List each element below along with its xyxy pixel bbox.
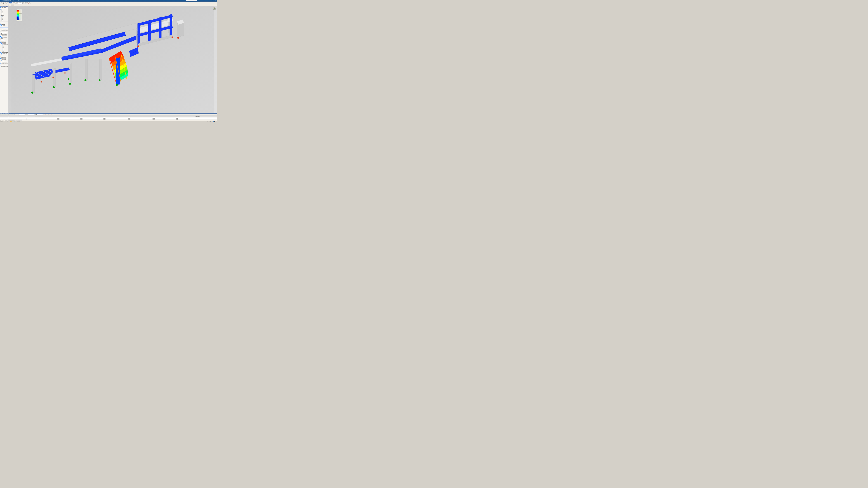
page-first-button[interactable]: |◀ bbox=[0, 120, 1, 121]
toolbar-view-xy[interactable]: XY bbox=[13, 3, 14, 4]
nav-isobands-solids[interactable]: Isobands - Solids bbox=[0, 57, 8, 58]
menu-results[interactable]: Results bbox=[16, 2, 19, 3]
status-right-btn7[interactable]: ⬜ bbox=[215, 121, 217, 122]
page-last-button[interactable]: ▶| bbox=[6, 120, 7, 121]
menu-view[interactable]: View bbox=[4, 2, 6, 3]
result-toggle2[interactable]: ▶ bbox=[26, 114, 27, 115]
toolbar2-members[interactable]: ▬ bbox=[7, 4, 8, 6]
result-action-btn5[interactable]: 📊 bbox=[50, 114, 51, 116]
status-right-btn4[interactable]: ✗ bbox=[211, 121, 213, 122]
nav-from-mass-matrix[interactable]: From mass matrix φg/T(φbg) bbox=[0, 66, 8, 67]
status-btn2[interactable]: → bbox=[6, 121, 7, 122]
toolbar2-filter[interactable]: 🔽 bbox=[14, 4, 16, 6]
toolbar-view-xz[interactable]: XZ bbox=[14, 3, 16, 4]
toolbar-help[interactable]: ? bbox=[31, 3, 32, 4]
toolbar-open[interactable]: 📂 bbox=[1, 3, 3, 4]
result-lcb-dropdown[interactable]: Endbeben x bbox=[37, 114, 43, 116]
toolbar-save[interactable]: 💾 bbox=[3, 3, 4, 4]
sheet-tab-nodes[interactable]: Nodes by Mode Shape bbox=[15, 120, 22, 121]
menu-file[interactable]: File bbox=[0, 2, 2, 3]
toolbar-render[interactable]: ▶ bbox=[24, 3, 25, 4]
menu-calculate[interactable]: Calculate bbox=[12, 2, 16, 3]
toolbar2-color[interactable]: A bbox=[8, 4, 10, 6]
assign-button[interactable]: Assign bbox=[11, 4, 14, 6]
menu-window[interactable]: Window bbox=[21, 2, 24, 3]
nav-pin-button[interactable]: 📌 bbox=[6, 6, 7, 6]
result-action-btn1[interactable]: 🔍 bbox=[43, 114, 45, 116]
toolbar-zoom-in[interactable]: 🔍 bbox=[8, 3, 10, 4]
toolbar-settings[interactable]: ⚙ bbox=[29, 3, 31, 4]
navigation-cube[interactable]: X/Y bbox=[213, 6, 216, 10]
status-btn1[interactable]: ⊞ bbox=[4, 121, 6, 122]
result-tab-view[interactable]: View bbox=[9, 114, 11, 115]
result-toolbar-btn2[interactable]: ▶▶ bbox=[17, 114, 18, 116]
menu-tools[interactable]: Tools bbox=[19, 2, 21, 3]
nav-result-filter[interactable]: Result value filter bbox=[0, 41, 8, 42]
menu-cad-bim[interactable]: CAD-BIM bbox=[25, 2, 28, 3]
status-btn6[interactable]: 📐 bbox=[11, 121, 12, 122]
toolbar-select[interactable]: ↖ bbox=[7, 3, 8, 4]
lcb-dropdown[interactable]: Endbeben x bbox=[18, 3, 23, 4]
toolbar-undo[interactable]: ↩ bbox=[4, 3, 6, 4]
sheet-tab-mode-shapes[interactable]: Mode Shapes by Node bbox=[8, 120, 15, 121]
toolbar2-btn2[interactable]: ✗ bbox=[1, 4, 3, 6]
toolbar-new[interactable]: 📄 bbox=[0, 3, 2, 4]
close-button[interactable]: ✕ bbox=[215, 0, 217, 1]
result-tab-settings[interactable]: Settings bbox=[11, 114, 14, 115]
toolbar-zoom-out[interactable]: 🔎 bbox=[10, 3, 11, 4]
result-tab-goto[interactable]: Go To bbox=[0, 114, 3, 115]
result-toolbar-btn1[interactable]: ◀◀ bbox=[15, 114, 16, 116]
toolbar2-info[interactable]: ℹ bbox=[20, 4, 21, 6]
result-panel-close[interactable]: ✕ bbox=[11, 113, 13, 114]
nav-smooth-transparent[interactable]: Transparent bbox=[0, 55, 8, 55]
menu-assign[interactable]: Assign bbox=[9, 2, 12, 3]
result-type-dropdown[interactable]: Results by Node bbox=[28, 114, 35, 116]
status-right-btn3[interactable]: ✔ bbox=[210, 121, 211, 122]
nav-close-button[interactable]: ✕ bbox=[7, 6, 8, 6]
toolbar2-thickness[interactable]: ⊞ bbox=[10, 4, 11, 6]
result-tab-edit[interactable]: Edit bbox=[3, 114, 5, 115]
toolbar-view-3d[interactable]: 3D bbox=[11, 3, 13, 4]
viewport-3d[interactable]: 1.000 0.000 -1.000 bbox=[8, 6, 217, 113]
result-action-btn6[interactable]: ❓ bbox=[51, 114, 52, 116]
result-tab-selection[interactable]: Selection bbox=[5, 114, 8, 115]
toolbar2-nodes[interactable]: • bbox=[3, 4, 4, 6]
toolbar2-label[interactable]: 🏷 bbox=[19, 4, 20, 6]
menu-help[interactable]: Help bbox=[28, 2, 31, 3]
result-panel-float[interactable]: ⧉ bbox=[9, 113, 11, 114]
page-next-button[interactable]: ▶ bbox=[5, 120, 6, 121]
minimize-button[interactable]: ─ bbox=[212, 0, 213, 1]
page-prev-button[interactable]: ◀ bbox=[2, 120, 2, 121]
result-modal-dropdown[interactable]: Modal Analysis bbox=[19, 114, 25, 116]
status-btn7[interactable]: 📏 bbox=[12, 121, 14, 122]
nav-values-surfaces[interactable]: Values on Surfaces bbox=[0, 21, 8, 22]
maximize-button[interactable]: □ bbox=[213, 0, 215, 1]
status-btn4[interactable]: 🔄 bbox=[8, 121, 10, 122]
menu-insert[interactable]: Insert bbox=[7, 2, 9, 3]
status-right-btn1[interactable]: ⊕ bbox=[207, 121, 209, 122]
status-btn3[interactable]: ↑ bbox=[7, 121, 8, 122]
result-toggle1[interactable]: ◀ bbox=[25, 114, 26, 115]
toolbar2-surfaces[interactable]: □ bbox=[6, 4, 7, 6]
status-btn5[interactable]: 🔁 bbox=[10, 121, 11, 122]
menu-edit[interactable]: Edit bbox=[2, 2, 4, 3]
result-action-btn3[interactable]: 🖨 bbox=[46, 114, 48, 116]
svg-marker-16 bbox=[32, 75, 35, 93]
toolbar2-btn1[interactable]: ✓ bbox=[0, 4, 2, 6]
toolbar2-display[interactable]: 👁 bbox=[16, 4, 17, 6]
status-right-btn5[interactable]: 🔵 bbox=[213, 121, 214, 122]
result-action-btn2[interactable]: 📤 bbox=[45, 114, 46, 116]
toolbar-export[interactable]: 📤 bbox=[28, 3, 29, 4]
toolbar2-scale[interactable]: 📏 bbox=[18, 4, 19, 6]
toolbar-redo[interactable]: ↪ bbox=[6, 3, 7, 4]
global-search-input[interactable] bbox=[186, 0, 197, 1]
smooth-color-label: Smooth Color Transition bbox=[2, 52, 8, 53]
result-action-btn4[interactable]: ⚙ bbox=[48, 114, 49, 116]
status-btn8[interactable]: 🔍 bbox=[14, 121, 15, 122]
status-right-btn2[interactable]: ⊘ bbox=[209, 121, 210, 122]
toolbar-animate[interactable]: ⏭ bbox=[25, 3, 26, 4]
toolbar2-lines[interactable]: ━ bbox=[4, 4, 6, 6]
status-right-btn6[interactable]: ⬛ bbox=[214, 121, 215, 122]
nav-20pct[interactable]: 20 % bbox=[0, 51, 8, 52]
toolbar-results[interactable]: 📊 bbox=[26, 3, 28, 4]
